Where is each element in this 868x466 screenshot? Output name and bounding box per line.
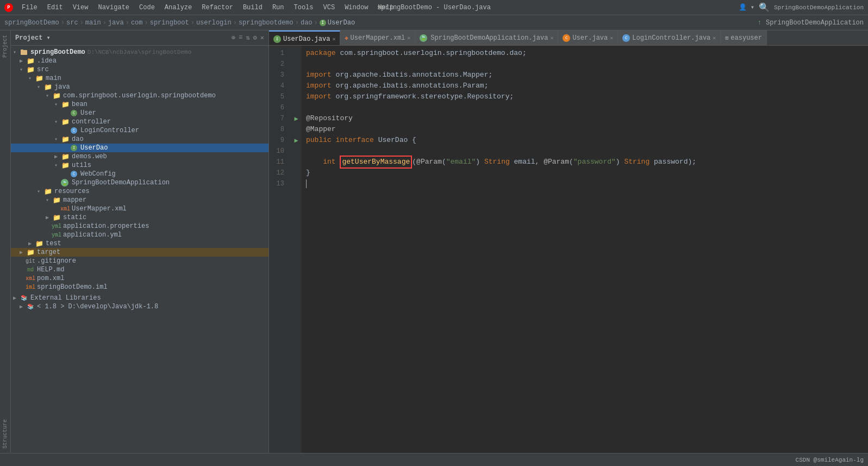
tab-close-user[interactable]: ✕ [610,35,613,41]
tree-arrow: ▶ [20,249,26,256]
line-num-4: 4 [269,80,288,91]
tab-usermapper[interactable]: ✤ UserMapper.xml ✕ [340,30,415,45]
tree-label-help-md: HELP.md [37,266,64,274]
breadcrumb-root[interactable]: springBootDemo [4,19,59,27]
tree-root-project[interactable]: ▾ springBootDemo D:\NCB\ncbJava\springBo… [11,48,268,57]
tree-controller[interactable]: ▾ 📁 controller [11,117,268,126]
code-area[interactable]: package com.springboot.userlogin.springb… [302,46,868,453]
git-icon[interactable]: ↑ [758,19,761,27]
line-num-9: 9 [269,135,288,146]
editor[interactable]: 1 2 3 4 5 6 7 8 9 10 11 12 13 [269,46,868,453]
tree-label-com: com.springboot.userlogin.springbootdemo [63,92,216,100]
sidebar-header: Project ▾ ⊕ ≡ ⇅ ⚙ ✕ [11,30,268,46]
tree-target[interactable]: ▶ 📁 target [11,248,268,257]
sidebar-close-icon[interactable]: ✕ [260,34,264,42]
sidebar-expand-icon[interactable]: ≡ [239,34,242,42]
help-md-icon: md [26,266,35,274]
tab-close-usermapper[interactable]: ✕ [407,35,410,41]
tree-static[interactable]: ▶ 📁 static [11,213,268,222]
tree-sublabel-path: D:\NCB\ncbJava\springBootDemo [88,49,191,55]
gutter-3 [291,70,302,80]
tree-idea[interactable]: ▶ 📁 .idea [11,57,268,65]
structure-edge-tab[interactable]: Structure [1,417,9,451]
menu-navigate[interactable]: Navigate [93,3,134,13]
breadcrumb-dao[interactable]: dao [301,19,313,27]
breadcrumb-userdao[interactable]: UserDao [328,19,355,27]
menu-code[interactable]: Code [135,3,159,13]
breadcrumb-com[interactable]: com [131,19,143,27]
tab-close-userdao[interactable]: ✕ [332,36,335,42]
tree-user-class[interactable]: ▶ C User [11,109,268,117]
tree-arrow-empty: ▶ [63,110,70,116]
gutter-1 [291,48,302,59]
breadcrumb-springboot[interactable]: springboot [150,19,189,27]
tree-label-pom-xml: pom.xml [37,275,64,282]
menu-run[interactable]: Run [268,3,289,13]
sidebar-sort-icon[interactable]: ⇅ [246,34,249,42]
tree-resources[interactable]: ▾ 📁 resources [11,187,268,196]
breadcrumb-main[interactable]: main [85,19,101,27]
tree-src[interactable]: ▾ 📁 src [11,65,268,74]
tree-com[interactable]: ▾ 📁 com.springboot.userlogin.springbootd… [11,91,268,100]
gutter-run-9[interactable]: ▶ [294,136,298,145]
dao-folder-icon: 📁 [61,135,70,143]
tree-logincontroller[interactable]: ▶ C LoginController [11,126,268,135]
menu-edit[interactable]: Edit [43,3,67,13]
menu-vcs[interactable]: VCS [319,3,340,13]
menu-refactor[interactable]: Refactor [197,3,238,13]
tree-utils[interactable]: ▾ 📁 utils [11,161,268,170]
tree-userdao[interactable]: ▶ I UserDao [11,144,268,152]
tree-webconfig[interactable]: ▶ C WebConfig [11,170,268,178]
tree-pom-xml[interactable]: ▶ xml pom.xml [11,274,268,283]
tree-help-md[interactable]: ▶ md HELP.md [11,265,268,274]
profile-icon[interactable]: 👤 ▾ [739,3,754,11]
tree-springbootdemoapp[interactable]: ▶ 🍃 SpringBootDemoApplication [11,178,268,187]
java-folder-icon: 📁 [43,83,52,91]
tree-java[interactable]: ▾ 📁 java [11,83,268,91]
tree-mapper[interactable]: ▾ 📁 mapper [11,196,268,204]
line-num-1: 1 [269,48,288,59]
search-icon[interactable]: 🔍 [759,2,770,13]
tab-logincontroller[interactable]: C LoginController.java ✕ [618,30,721,45]
tab-springbootdemoapp[interactable]: 🍃 SpringBootDemoApplication.java ✕ [415,30,558,45]
tree-bean[interactable]: ▾ 📁 bean [11,100,268,109]
tree-application-yml[interactable]: ▶ yml application.yml [11,231,268,239]
tab-icon-logincontroller: C [622,34,630,42]
tab-userdao[interactable]: I UserDao.java ✕ [269,30,340,45]
idea-folder-icon: 📁 [26,57,35,65]
tree-jdk[interactable]: ▶ 📚 < 1.8 > D:\develop\Java\jdk-1.8 [11,302,268,311]
menu-build[interactable]: Build [239,3,267,13]
tab-close-springbootdemoapp[interactable]: ✕ [550,35,553,41]
tab-easyuser[interactable]: ⊞ easyuser [721,30,767,45]
sidebar-locate-icon[interactable]: ⊕ [232,34,235,42]
breadcrumb-springbootdemo[interactable]: springbootdemo [239,19,294,27]
application-props-icon: yml [52,222,61,230]
breadcrumb-bar: springBootDemo › src › main › java › com… [0,15,868,30]
tree-label-utils: utils [72,161,91,169]
tree-main[interactable]: ▾ 📁 main [11,74,268,83]
tree-demos-web[interactable]: ▶ 📁 demos.web [11,152,268,161]
breadcrumb-userlogin[interactable]: userlogin [196,19,232,27]
project-edge-tab[interactable]: Project [1,33,9,60]
svg-rect-1 [21,49,23,51]
tree-dao[interactable]: ▾ 📁 dao [11,135,268,144]
tree-test[interactable]: ▶ 📁 test [11,239,268,248]
menu-view[interactable]: View [68,3,93,13]
menu-analyze[interactable]: Analyze [160,3,196,13]
menu-tools[interactable]: Tools [290,3,318,13]
breadcrumb-java[interactable]: java [108,19,124,27]
tree-external-libraries[interactable]: ▶ 📚 External Libraries [11,294,268,302]
sidebar-settings-icon[interactable]: ⚙ [253,34,257,42]
tree-gitignore[interactable]: ▶ git .gitignore [11,257,268,265]
gutter-run-7[interactable]: ▶ [294,115,298,123]
breadcrumb-src[interactable]: src [66,19,78,27]
menu-file[interactable]: File [17,3,42,13]
tab-close-logincontroller[interactable]: ✕ [713,35,716,41]
tree-springbootdemo-iml[interactable]: ▶ iml springBootDemo.iml [11,283,268,291]
tree-arrow: ▶ [54,153,61,160]
tab-user[interactable]: C User.java ✕ [558,30,618,45]
tree-usermapper-xml[interactable]: ▶ xml UserMapper.xml [11,204,268,213]
code-line-11: int getUserByMassage(@Param("email") Str… [306,157,864,167]
menu-window[interactable]: Window [340,3,372,13]
tree-application-props[interactable]: ▶ yml application.properties [11,222,268,231]
